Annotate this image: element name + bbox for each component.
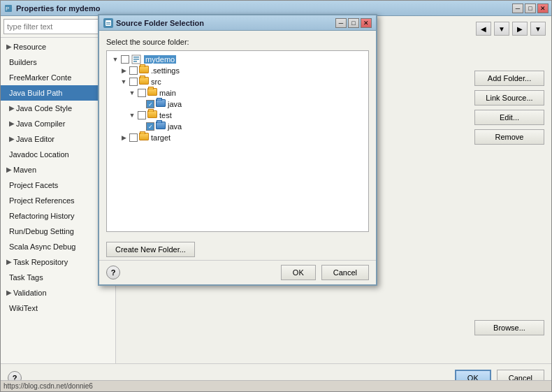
tree-item-java2[interactable]: ▶ ✓ java xyxy=(110,121,365,132)
svg-rect-8 xyxy=(133,61,137,62)
checkbox-mydemo[interactable] xyxy=(121,55,129,64)
create-folder-button[interactable]: Create New Folder... xyxy=(106,242,195,257)
dialog-minimize-button[interactable]: ─ xyxy=(335,18,347,28)
tree-label-mydemo: mydemo xyxy=(144,55,176,64)
tree-item-src[interactable]: ▼ src xyxy=(110,76,365,87)
folder-icon-target xyxy=(139,133,149,143)
checkbox-test[interactable] xyxy=(138,111,146,119)
dialog-ok-button[interactable]: OK xyxy=(281,265,316,280)
svg-rect-4 xyxy=(106,24,110,24)
tree-label-settings: .settings xyxy=(151,66,180,75)
dialog-footer: ? OK Cancel xyxy=(99,260,376,284)
folder-icon-test xyxy=(147,110,157,120)
tree-item-target[interactable]: ▶ target xyxy=(110,132,365,143)
source-folder-dialog: Source Folder Selection ─ □ ✕ Select the… xyxy=(98,14,377,286)
svg-rect-7 xyxy=(133,59,139,60)
checkbox-settings[interactable] xyxy=(129,66,138,75)
tree-item-java1[interactable]: ▶ ✓ java xyxy=(110,99,365,110)
checkbox-main[interactable] xyxy=(138,89,146,97)
folder-icon-src xyxy=(139,77,149,87)
dialog-controls: ─ □ ✕ xyxy=(335,18,372,28)
expand-icon-target[interactable]: ▶ xyxy=(119,133,128,142)
checkbox-src[interactable] xyxy=(129,78,138,86)
checkbox-java2[interactable]: ✓ xyxy=(146,122,154,131)
dialog-close-button[interactable]: ✕ xyxy=(361,18,372,28)
expand-icon-mydemo[interactable]: ▼ xyxy=(111,55,119,64)
svg-rect-6 xyxy=(133,57,139,58)
dialog-content: Select the source folder: ▼ xyxy=(99,31,376,239)
tree-label-test: test xyxy=(159,111,172,119)
folder-icon-settings xyxy=(139,66,149,75)
folder-icon-java1 xyxy=(156,99,166,109)
tree-label-target: target xyxy=(151,133,170,142)
tree-item-settings[interactable]: ▶ .settings xyxy=(110,65,365,76)
expand-icon-src[interactable]: ▼ xyxy=(119,78,128,86)
tree-label-java2: java xyxy=(168,122,182,131)
folder-tree[interactable]: ▼ mydemo ▶ xyxy=(106,50,369,232)
dialog-instruction: Select the source folder: xyxy=(106,38,369,46)
expand-icon-settings[interactable]: ▶ xyxy=(119,66,128,75)
project-icon xyxy=(131,55,142,64)
folder-icon-main xyxy=(147,88,157,98)
tree-label-main: main xyxy=(159,89,176,97)
expand-icon-main[interactable]: ▼ xyxy=(128,89,136,97)
svg-rect-3 xyxy=(106,22,110,23)
dialog-title: Source Folder Selection xyxy=(116,19,335,27)
expand-icon-test[interactable]: ▼ xyxy=(128,111,136,119)
dialog-overlay: Source Folder Selection ─ □ ✕ Select the… xyxy=(0,0,552,392)
dialog-maximize-button[interactable]: □ xyxy=(348,18,359,28)
dialog-help-button[interactable]: ? xyxy=(106,266,120,280)
tree-label-src: src xyxy=(151,78,161,86)
dialog-footer-left: ? xyxy=(106,266,120,280)
folder-icon-java2 xyxy=(156,122,166,131)
tree-item-main[interactable]: ▼ main xyxy=(110,87,365,99)
tree-item-test[interactable]: ▼ test xyxy=(110,110,365,121)
dialog-cancel-button[interactable]: Cancel xyxy=(321,265,369,280)
dialog-icon xyxy=(103,18,113,28)
tree-label-java1: java xyxy=(168,100,182,108)
checkbox-java1[interactable]: ✓ xyxy=(146,100,154,108)
dialog-title-bar: Source Folder Selection ─ □ ✕ xyxy=(99,15,376,31)
tree-item-mydemo[interactable]: ▼ mydemo xyxy=(110,54,365,65)
dialog-footer-right: OK Cancel xyxy=(281,265,369,280)
checkbox-target[interactable] xyxy=(129,133,138,142)
